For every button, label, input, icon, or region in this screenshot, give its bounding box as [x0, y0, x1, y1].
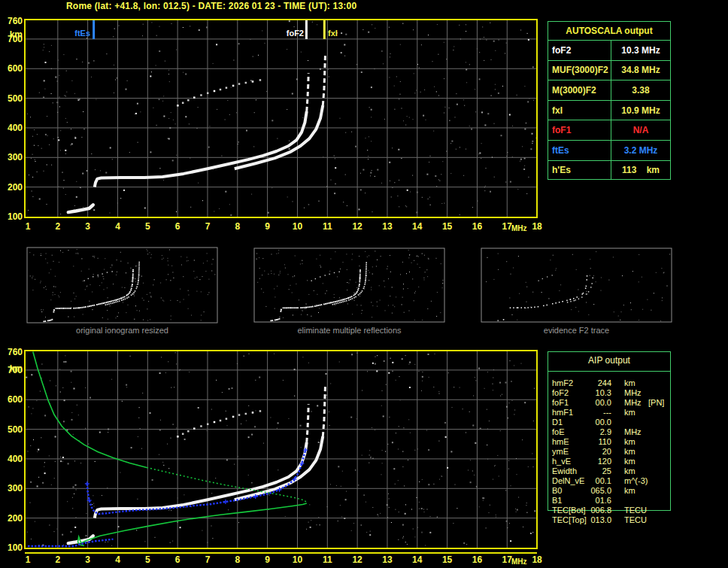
x-tick-label: 13 — [378, 222, 397, 231]
aip-row-hme: hmE110km — [548, 437, 671, 447]
x-tick-label: 2 — [48, 222, 68, 231]
aip-value: 013.0 — [569, 515, 611, 525]
autoscala-param-value: N/A — [611, 125, 670, 135]
autoscala-param-label: h'Es — [548, 161, 611, 181]
x-tick-label: 6 — [168, 555, 187, 564]
autoscala-table: AUTOSCALA output foF210.3 MHzMUF(3000)F2… — [548, 21, 671, 180]
aip-value: 006.8 — [569, 506, 611, 515]
aip-value: --- — [569, 408, 611, 418]
marker-label-ftes: ftEs — [66, 29, 90, 38]
y-tick-label: 400 — [2, 454, 23, 463]
autoscala-param-value: 3.2 MHz — [611, 145, 670, 156]
y-tick-label: 760 — [2, 17, 23, 26]
y-tick-label: 100 — [2, 543, 23, 552]
aip-unit: km — [624, 378, 635, 388]
x-tick-label: 13 — [378, 555, 397, 564]
aip-row-hmf1: hmF1---km — [548, 408, 671, 418]
aip-unit: m^(-3) — [624, 476, 648, 486]
aip-row-tecbot: TEC[Bot]006.8TECU — [548, 506, 671, 515]
aip-row-ewidth: Ewidth25km — [548, 466, 671, 476]
thumbnail-caption-evidence: evidence F2 trace — [481, 326, 672, 335]
autoscala-param-label: MUF(3000)F2 — [548, 61, 611, 80]
autoscala-param-label: foF1 — [548, 120, 611, 140]
x-axis-unit: MHz — [511, 558, 527, 566]
x-tick-label: 9 — [258, 555, 278, 564]
y-tick-label: 200 — [2, 183, 23, 192]
aip-value: 01.6 — [569, 496, 611, 506]
aip-row-b1: B101.6 — [548, 496, 671, 506]
y-tick-label: 300 — [2, 153, 23, 162]
x-tick-label: 6 — [168, 222, 187, 231]
page-title: Rome (lat: +41.8, lon: 012.5) - DATE: 20… — [66, 1, 356, 11]
aip-value: 065.0 — [569, 486, 611, 496]
x-tick-label: 12 — [347, 555, 367, 564]
aip-row-b0: B0065.0km — [548, 486, 671, 496]
aip-value: 110 — [569, 437, 611, 447]
marker-label-fxi: fxI — [328, 29, 338, 38]
aip-label: foF1 — [552, 398, 569, 408]
y-tick-label: 600 — [2, 395, 23, 404]
x-tick-label: 4 — [108, 222, 127, 231]
x-tick-label: 12 — [347, 222, 367, 231]
aip-label: B0 — [552, 486, 562, 496]
autoscala-row-hes: h'Es113 km — [548, 161, 670, 181]
autoscala-param-value: 3.38 — [611, 85, 670, 96]
aip-label: D1 — [552, 418, 563, 427]
aip-unit: TECU — [624, 506, 647, 515]
y-axis-unit: km — [2, 30, 23, 39]
thumbnail-caption-eliminate: eliminate multiple reflections — [254, 326, 444, 335]
aip-row-hve: h_vE120km — [548, 457, 671, 466]
autoscala-param-label: fxI — [548, 101, 611, 120]
x-tick-label: 14 — [408, 555, 427, 564]
thumbnail-caption-original: original ionogram resized — [27, 326, 217, 335]
aip-label: foF2 — [552, 388, 569, 398]
x-tick-label: 5 — [138, 222, 157, 231]
aip-row-fof1: foF100.0MHz[PN] — [548, 398, 671, 408]
x-tick-label: 3 — [78, 222, 98, 231]
aip-value: 00.1 — [569, 476, 611, 486]
x-tick-label: 1 — [18, 555, 38, 564]
x-tick-label: 9 — [258, 222, 278, 231]
aip-unit: MHz — [624, 427, 642, 437]
y-tick-label: 400 — [2, 123, 23, 132]
aip-unit: km — [624, 466, 635, 476]
x-tick-label: 1 — [18, 222, 38, 231]
x-tick-label: 18 — [527, 222, 547, 231]
aip-row-foe: foE2.9MHz — [548, 427, 671, 437]
autoscala-param-value: 10.3 MHz — [611, 45, 670, 56]
x-tick-label: 10 — [287, 222, 307, 231]
aip-label: hmE — [552, 437, 569, 447]
aip-value: 25 — [569, 466, 611, 476]
x-tick-label: 15 — [438, 222, 457, 231]
aip-unit: km — [624, 447, 635, 457]
aip-unit: km — [624, 457, 635, 466]
autoscala-row-fxi: fxI10.9 MHz — [548, 101, 670, 121]
y-tick-label: 500 — [2, 425, 23, 434]
aip-table-rows: hmF2244kmfoF210.3MHzfoF100.0MHz[PN]hmF1-… — [548, 378, 671, 525]
aip-value: 120 — [569, 457, 611, 466]
x-axis-unit: MHz — [511, 225, 527, 232]
aip-unit: MHz — [624, 398, 642, 408]
autoscala-row-muf3000f2: MUF(3000)F234.8 MHz — [548, 61, 670, 81]
aip-table-header: AIP output — [548, 355, 671, 366]
aip-value: 00.0 — [569, 398, 611, 408]
autoscala-row-fof2: foF210.3 MHz — [548, 41, 670, 61]
y-tick-label: 100 — [2, 212, 23, 221]
x-tick-label: 16 — [467, 222, 487, 231]
marker-label-fof2: foF2 — [281, 29, 304, 38]
autoscala-param-value: 34.8 MHz — [611, 65, 670, 75]
autoscala-row-m3000f2: M(3000)F23.38 — [548, 80, 670, 101]
x-tick-label: 15 — [438, 555, 457, 564]
y-tick-label: 760 — [2, 348, 23, 357]
x-tick-label: 16 — [467, 555, 487, 564]
autoscala-table-header: AUTOSCALA output — [548, 22, 670, 41]
y-axis-unit: km — [2, 364, 23, 373]
y-tick-label: 500 — [2, 94, 23, 103]
aip-row-fof2: foF210.3MHz — [548, 388, 671, 398]
x-tick-label: 8 — [228, 222, 247, 231]
x-tick-label: 11 — [317, 222, 337, 231]
aip-unit: MHz — [624, 388, 642, 398]
x-tick-label: 3 — [78, 555, 98, 564]
aip-unit: km — [624, 408, 635, 418]
aip-note: [PN] — [648, 398, 664, 408]
